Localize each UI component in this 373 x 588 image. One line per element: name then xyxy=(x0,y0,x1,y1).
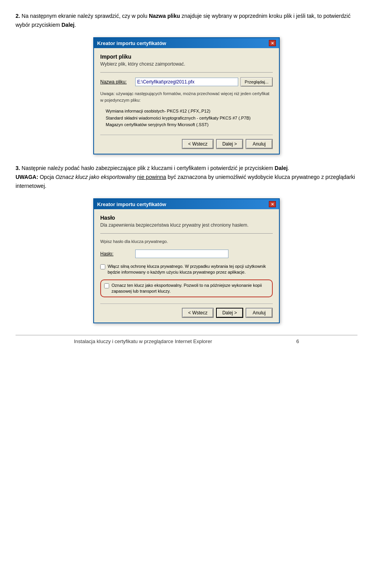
dialog2-password-label: Hasło: xyxy=(100,251,135,257)
dialog1: Kreator importu certyfikatów ✕ Import pl… xyxy=(93,37,280,154)
dialog2-wrapper: Kreator importu certyfikatów ✕ Hasło Dla… xyxy=(16,198,357,323)
dialog1-note-item3: Magazyn certyfikatów seryjnych firmy Mic… xyxy=(106,121,273,128)
section2-text3: . xyxy=(75,22,76,28)
page-footer: Instalacja kluczy i certyfikatu w przegl… xyxy=(16,335,357,344)
section2-bold-dalej: Dalej xyxy=(61,22,74,28)
dialog1-buttons: < Wstecz Dalej > Anuluj xyxy=(100,135,273,149)
dialog2-checkbox1-label: Włącz silną ochronę klucza prywatnego. W… xyxy=(108,264,273,276)
dialog2-checkbox2-label: Oznacz ten klucz jako eksportowalny. Poz… xyxy=(112,283,269,295)
dialog1-section-title: Import pliku xyxy=(100,54,273,60)
dialog2-title: Kreator importu certyfikatów xyxy=(97,201,166,207)
dialog2: Kreator importu certyfikatów ✕ Hasło Dla… xyxy=(93,198,280,323)
section2-bold-nazwa: Nazwa pliku xyxy=(149,13,180,19)
dialog2-section-title: Hasło xyxy=(100,215,273,221)
dialog2-checkbox2-outlined: Oznacz ten klucz jako eksportowalny. Poz… xyxy=(100,279,273,298)
dialog2-password-input[interactable] xyxy=(135,250,228,258)
section3-text1: Następnie należy podać hasło zabezpiecza… xyxy=(22,165,275,171)
dialog1-close-button[interactable]: ✕ xyxy=(269,40,276,46)
section2-number: 2. xyxy=(16,13,20,19)
dialog1-titlebar: Kreator importu certyfikatów ✕ xyxy=(94,38,279,48)
dialog1-filename-input[interactable] xyxy=(135,78,238,86)
dialog1-note-item1: Wymiana informacji osobistych- PKCS #12 … xyxy=(106,108,273,115)
dialog2-section-subtitle: Dla zapewnienia bezpieczeństwa klucz pry… xyxy=(100,222,273,228)
dialog1-back-button[interactable]: < Wstecz xyxy=(182,139,214,149)
section2-paragraph: 2. Na następnym ekranie należy sprawdzić… xyxy=(16,12,357,29)
dialog1-content: Import pliku Wybierz plik, który chcesz … xyxy=(94,48,279,154)
section3-uwaga-text1: Opcja xyxy=(38,174,55,180)
footer-page: 6 xyxy=(296,338,299,344)
dialog2-next-button[interactable]: Dalej > xyxy=(216,308,243,318)
section3-underline: nie powinna xyxy=(137,174,166,180)
dialog2-password-row: Hasło: xyxy=(100,250,273,258)
dialog2-cancel-button[interactable]: Anuluj xyxy=(246,308,273,318)
section3-text2: . xyxy=(288,165,289,171)
dialog1-filename-row: Nazwa pliku: Przeglądaj... xyxy=(100,77,273,87)
dialog1-wrapper: Kreator importu certyfikatów ✕ Import pl… xyxy=(16,37,357,154)
dialog2-back-button[interactable]: < Wstecz xyxy=(182,308,214,318)
dialog2-checkbox2[interactable] xyxy=(104,283,109,288)
dialog2-buttons: < Wstecz Dalej > Anuluj xyxy=(100,304,273,318)
dialog1-divider xyxy=(100,72,273,73)
section3-bold-dalej: Dalej xyxy=(275,165,288,171)
dialog1-next-button[interactable]: Dalej > xyxy=(216,139,243,149)
dialog2-close-button[interactable]: ✕ xyxy=(269,201,276,207)
dialog1-filename-label: Nazwa pliku: xyxy=(100,79,135,85)
dialog1-note-item2: Standard składni wiadomości kryptografic… xyxy=(106,115,273,122)
dialog1-section-subtitle: Wybierz plik, który chcesz zaimportować. xyxy=(100,61,273,67)
section3-number: 3. xyxy=(16,165,20,171)
section3-opcja: Oznacz klucz jako eksportowalny xyxy=(56,174,136,180)
footer-text: Instalacja kluczy i certyfikatu w przegl… xyxy=(74,338,212,344)
section3-paragraph: 3. Następnie należy podać hasło zabezpie… xyxy=(16,164,357,191)
dialog2-divider xyxy=(100,233,273,234)
dialog2-checkbox2-row: Oznacz ten klucz jako eksportowalny. Poz… xyxy=(104,283,269,295)
dialog1-note: Uwaga: używając następujących formatów, … xyxy=(100,90,273,103)
dialog2-checkbox1[interactable] xyxy=(100,264,105,269)
footer-spacer xyxy=(213,338,295,344)
dialog2-instruction: Wpisz hasło dla klucza prywatnego. xyxy=(100,238,273,245)
section3-uwaga: UWAGA: xyxy=(16,174,38,180)
dialog1-note-intro: Uwaga: używając następujących formatów, … xyxy=(100,91,269,102)
section2-text1: Na następnym ekranie należy sprawdzić, c… xyxy=(22,13,149,19)
dialog2-titlebar: Kreator importu certyfikatów ✕ xyxy=(94,199,279,209)
dialog1-browse-button[interactable]: Przeglądaj... xyxy=(241,77,273,87)
dialog2-content: Hasło Dla zapewnienia bezpieczeństwa klu… xyxy=(94,209,279,323)
dialog1-cancel-button[interactable]: Anuluj xyxy=(246,139,273,149)
dialog1-title: Kreator importu certyfikatów xyxy=(97,40,166,46)
dialog2-checkbox1-row: Włącz silną ochronę klucza prywatnego. W… xyxy=(100,264,273,276)
